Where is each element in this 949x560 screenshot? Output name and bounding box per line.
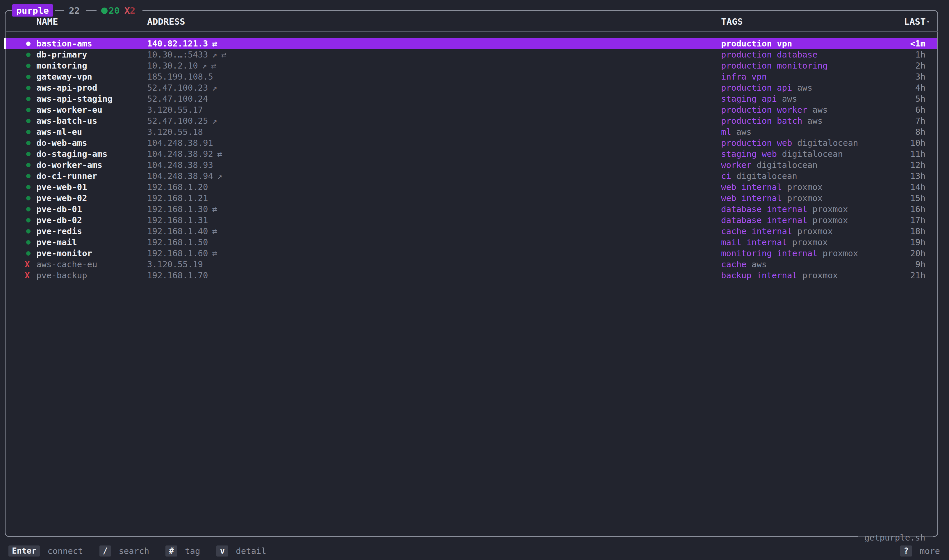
- host-tags: cache internal proxmox: [721, 226, 833, 237]
- tag-label: aws: [792, 83, 812, 93]
- host-row[interactable]: pve-redis192.168.1.40⇄cache internal pro…: [6, 226, 937, 237]
- column-header-address[interactable]: ADDRESS: [147, 15, 185, 28]
- host-address: 192.168.1.30⇄: [147, 204, 217, 215]
- host-row[interactable]: Xaws-cache-eu3.120.55.19cache aws9h: [6, 259, 937, 270]
- host-address: 52.47.100.25↗: [147, 115, 217, 126]
- tag-label: internal: [736, 193, 782, 203]
- host-row[interactable]: bastion-ams140.82.121.3⇄production vpn<1…: [6, 38, 937, 49]
- help-key[interactable]: ?: [900, 546, 912, 557]
- column-header-last[interactable]: LAST▾: [904, 15, 930, 28]
- host-tags: worker digitalocean: [721, 160, 818, 171]
- host-row[interactable]: do-staging-ams104.248.38.92⇄staging web …: [6, 148, 937, 160]
- host-row[interactable]: pve-web-02192.168.1.21web internal proxm…: [6, 192, 937, 204]
- last-seen: 13h: [910, 171, 926, 182]
- keycap[interactable]: Enter: [8, 546, 40, 557]
- tag-label: monitoring: [721, 248, 772, 258]
- host-row[interactable]: monitoring10.30.2.10↗⇄production monitor…: [6, 60, 937, 71]
- host-tags: cache aws: [721, 259, 767, 270]
- host-row[interactable]: pve-db-01192.168.1.30⇄database internal …: [6, 204, 937, 215]
- tag-label: proxmox: [782, 182, 823, 192]
- column-header-name[interactable]: NAME: [36, 15, 58, 28]
- tag-label: staging: [721, 94, 756, 104]
- tag-label: api: [772, 83, 792, 93]
- last-seen: 20h: [910, 248, 926, 259]
- last-seen: 1h: [915, 49, 926, 60]
- keycap[interactable]: /: [99, 546, 111, 557]
- app-badge: purple: [12, 5, 53, 17]
- host-row[interactable]: do-web-ams104.248.38.91production web di…: [6, 137, 937, 148]
- host-row[interactable]: aws-batch-us52.47.100.25↗production batc…: [6, 115, 937, 126]
- host-row[interactable]: do-ci-runner104.248.38.94↗ci digitalocea…: [6, 171, 937, 182]
- last-seen: 15h: [910, 192, 926, 204]
- host-address: 104.248.38.91: [147, 137, 213, 148]
- online-dot-icon: [26, 152, 31, 156]
- tag-label: internal: [746, 226, 792, 236]
- online-dot-icon: [26, 75, 31, 79]
- tag-label: aws: [802, 116, 822, 126]
- host-row[interactable]: pve-db-02192.168.1.31database internal p…: [6, 215, 937, 226]
- keycap-label: tag: [185, 546, 200, 556]
- tag-label: database: [721, 215, 762, 225]
- keycap[interactable]: #: [165, 546, 177, 557]
- selection-indicator: [4, 38, 6, 49]
- host-row[interactable]: db-primary10.30.…:5433↗⇄production datab…: [6, 49, 937, 60]
- tag-label: proxmox: [787, 237, 828, 247]
- host-tags: production vpn: [721, 38, 792, 49]
- shortcut-search: /search: [99, 546, 150, 557]
- host-row[interactable]: aws-api-prod52.47.100.23↗production api …: [6, 82, 937, 93]
- host-name: pve-web-02: [36, 192, 87, 204]
- total-count: 22: [69, 5, 80, 17]
- online-dot-icon: [101, 8, 108, 14]
- host-tags: production database: [721, 49, 818, 60]
- sync-icon: ⇄: [212, 226, 217, 236]
- host-row[interactable]: pve-web-01192.168.1.20web internal proxm…: [6, 182, 937, 192]
- host-tags: infra vpn: [721, 71, 767, 82]
- column-header-tags[interactable]: TAGS: [721, 15, 743, 28]
- host-name: do-web-ams: [36, 137, 87, 148]
- online-dot-icon: [26, 218, 31, 223]
- host-row[interactable]: aws-ml-eu3.120.55.18ml aws8h: [6, 126, 937, 137]
- host-row[interactable]: Xpve-backup192.168.1.70backup internal p…: [6, 270, 937, 281]
- host-row[interactable]: pve-mail192.168.1.50mail internal proxmo…: [6, 237, 937, 248]
- last-seen: 4h: [915, 82, 926, 93]
- tag-label: aws: [777, 94, 797, 104]
- sync-icon: ⇄: [221, 50, 226, 60]
- tag-label: aws: [746, 259, 767, 269]
- host-address: 185.199.108.5: [147, 71, 213, 82]
- tag-label: production: [721, 105, 772, 115]
- host-tags: staging api aws: [721, 93, 797, 104]
- host-name: aws-batch-us: [36, 115, 97, 126]
- last-seen: 10h: [910, 137, 926, 148]
- tag-label: monitoring: [772, 61, 828, 71]
- last-seen: 3h: [915, 71, 926, 82]
- tag-label: production: [721, 61, 772, 71]
- tag-label: aws: [807, 105, 828, 115]
- tag-label: internal: [741, 237, 787, 247]
- tag-label: proxmox: [818, 248, 858, 258]
- tag-label: ci: [721, 171, 731, 181]
- more-shortcut: ? more: [900, 546, 940, 557]
- tag-label: internal: [751, 271, 797, 280]
- host-address: 52.47.100.24: [147, 93, 208, 104]
- tag-label: database: [721, 204, 762, 214]
- host-row[interactable]: do-worker-ams104.248.38.93worker digital…: [6, 160, 937, 171]
- tag-label: production: [721, 83, 772, 93]
- help-key-label: more: [920, 546, 940, 556]
- tag-label: internal: [762, 215, 807, 225]
- tag-label: web: [772, 138, 792, 148]
- host-row[interactable]: aws-api-staging52.47.100.24staging api a…: [6, 93, 937, 104]
- last-seen: 18h: [910, 226, 926, 237]
- host-row[interactable]: pve-monitor192.168.1.60⇄monitoring inter…: [6, 248, 937, 259]
- tag-label: internal: [762, 204, 807, 214]
- shortcut-list: Enterconnect/search#tagvdetail: [8, 546, 266, 557]
- keycap[interactable]: v: [216, 546, 228, 557]
- external-link-icon: ↗: [217, 171, 222, 181]
- online-dot-icon: [26, 119, 31, 123]
- host-tags: ci digitalocean: [721, 171, 797, 182]
- tag-label: aws: [731, 127, 751, 137]
- host-tags: database internal proxmox: [721, 204, 848, 215]
- tag-label: internal: [772, 248, 818, 258]
- sync-icon: ⇄: [212, 38, 217, 49]
- host-row[interactable]: aws-worker-eu3.120.55.17production worke…: [6, 104, 937, 115]
- host-row[interactable]: gateway-vpn185.199.108.5infra vpn3h: [6, 71, 937, 82]
